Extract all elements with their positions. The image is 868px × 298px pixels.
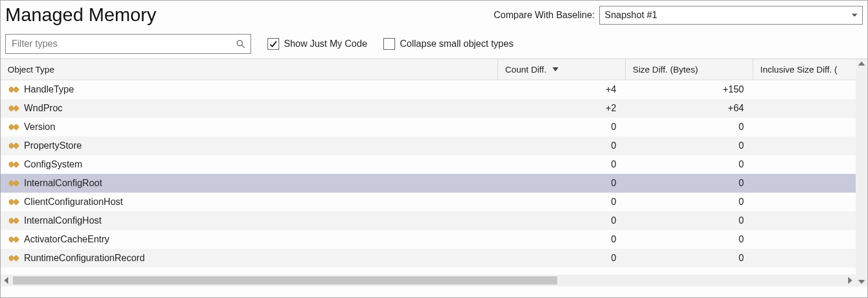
scroll-right-icon — [848, 277, 852, 284]
compare-baseline-value: Snapshot #1 — [605, 10, 657, 20]
svg-line-1 — [242, 45, 245, 48]
page-title: Managed Memory — [5, 4, 156, 26]
vertical-scrollbar[interactable] — [856, 59, 867, 286]
cell-size-diff: 0 — [626, 215, 753, 226]
cell-count-diff: +4 — [498, 84, 626, 95]
show-just-my-code-label: Show Just My Code — [284, 39, 367, 49]
scroll-up-icon — [858, 61, 865, 66]
object-type-name: ConfigSystem — [24, 159, 83, 170]
cell-size-diff: 0 — [626, 159, 753, 170]
show-just-my-code-checkbox[interactable]: Show Just My Code — [267, 38, 367, 50]
class-icon — [9, 104, 20, 112]
table-row[interactable]: WndProc+2+64 — [1, 99, 856, 118]
column-headers: Object Type Count Diff. Size Diff. (Byte… — [1, 59, 856, 80]
column-label: Inclusive Size Diff. ( — [760, 64, 837, 74]
class-icon — [9, 142, 20, 150]
cell-count-diff: 0 — [498, 234, 626, 245]
cell-object-type: InternalConfigHost — [1, 215, 498, 226]
collapse-small-label: Collapse small object types — [400, 39, 513, 49]
cell-count-diff: 0 — [498, 141, 626, 151]
column-label: Count Diff. — [505, 64, 547, 74]
cell-object-type: WndProc — [1, 103, 498, 114]
cell-count-diff: 0 — [498, 197, 626, 207]
svg-rect-9 — [13, 142, 20, 149]
cell-object-type: HandleType — [1, 84, 498, 95]
table-row[interactable]: InternalConfigHost00 — [1, 211, 856, 230]
checkbox-icon — [383, 38, 395, 50]
search-icon — [235, 39, 246, 49]
object-type-name: ActivatorCacheEntry — [24, 234, 109, 245]
cell-count-diff: 0 — [498, 253, 626, 263]
cell-object-type: Version — [1, 122, 498, 132]
svg-rect-5 — [13, 105, 20, 112]
cell-size-diff: 0 — [626, 234, 753, 245]
object-type-name: WndProc — [24, 103, 63, 114]
column-size-diff[interactable]: Size Diff. (Bytes) — [626, 59, 753, 80]
svg-rect-7 — [13, 124, 20, 131]
horizontal-scrollbar[interactable] — [1, 275, 856, 286]
table-row[interactable]: ClientConfigurationHost00 — [1, 193, 856, 211]
table-row[interactable]: ConfigSystem00 — [1, 155, 856, 174]
cell-object-type: InternalConfigRoot — [1, 178, 498, 189]
sort-descending-icon — [553, 67, 558, 71]
scroll-thumb[interactable] — [13, 276, 557, 285]
svg-rect-17 — [13, 217, 20, 224]
svg-rect-15 — [13, 198, 20, 205]
class-icon — [9, 179, 20, 187]
grid-rows: HandleType+4+150 WndProc+2+64 Version00 … — [1, 80, 856, 286]
column-inclusive-size-diff[interactable]: Inclusive Size Diff. ( — [753, 59, 852, 80]
checkbox-icon — [267, 38, 279, 50]
cell-object-type: RuntimeConfigurationRecord — [1, 253, 498, 263]
svg-rect-11 — [13, 161, 20, 168]
svg-rect-19 — [13, 236, 20, 243]
object-type-name: PropertyStore — [24, 141, 82, 151]
column-label: Object Type — [8, 64, 54, 74]
compare-baseline-select[interactable]: Snapshot #1 — [599, 6, 863, 25]
cell-size-diff: +150 — [626, 84, 753, 95]
table-row[interactable]: Version00 — [1, 118, 856, 136]
cell-size-diff: 0 — [626, 253, 753, 263]
cell-object-type: PropertyStore — [1, 141, 498, 151]
class-icon — [9, 123, 20, 131]
table-row[interactable]: ActivatorCacheEntry00 — [1, 230, 856, 249]
scroll-left-icon — [4, 277, 8, 284]
cell-count-diff: 0 — [498, 178, 626, 189]
object-type-name: InternalConfigRoot — [24, 178, 102, 189]
collapse-small-checkbox[interactable]: Collapse small object types — [383, 38, 513, 50]
chevron-down-icon — [852, 13, 857, 16]
table-row[interactable]: RuntimeConfigurationRecord00 — [1, 249, 856, 268]
svg-point-0 — [237, 40, 242, 46]
scroll-down-icon — [858, 280, 865, 284]
cell-count-diff: 0 — [498, 215, 626, 226]
svg-rect-3 — [13, 86, 20, 93]
object-type-name: ClientConfigurationHost — [24, 197, 123, 207]
class-icon — [9, 217, 20, 225]
filter-types-input[interactable] — [11, 38, 246, 50]
cell-count-diff: 0 — [498, 122, 626, 132]
filter-types-field[interactable] — [5, 34, 251, 54]
column-count-diff[interactable]: Count Diff. — [498, 59, 626, 80]
object-type-name: RuntimeConfigurationRecord — [24, 253, 145, 263]
cell-size-diff: 0 — [626, 178, 753, 189]
compare-baseline-label: Compare With Baseline: — [493, 10, 595, 20]
class-icon — [9, 198, 20, 206]
object-type-name: HandleType — [24, 84, 74, 95]
cell-object-type: ConfigSystem — [1, 159, 498, 170]
table-row[interactable]: PropertyStore00 — [1, 136, 856, 155]
class-icon — [9, 85, 20, 94]
class-icon — [9, 254, 20, 262]
cell-size-diff: 0 — [626, 122, 753, 132]
cell-size-diff: 0 — [626, 141, 753, 151]
cell-size-diff: 0 — [626, 197, 753, 207]
table-row[interactable]: HandleType+4+150 — [1, 80, 856, 99]
class-icon — [9, 160, 20, 169]
object-type-grid: Object Type Count Diff. Size Diff. (Byte… — [1, 59, 856, 286]
cell-object-type: ActivatorCacheEntry — [1, 234, 498, 245]
cell-size-diff: +64 — [626, 103, 753, 114]
cell-count-diff: +2 — [498, 103, 626, 114]
object-type-name: InternalConfigHost — [24, 215, 102, 226]
svg-rect-21 — [13, 255, 20, 262]
cell-object-type: ClientConfigurationHost — [1, 197, 498, 207]
table-row[interactable]: InternalConfigRoot00 — [1, 174, 856, 193]
column-object-type[interactable]: Object Type — [1, 59, 498, 80]
